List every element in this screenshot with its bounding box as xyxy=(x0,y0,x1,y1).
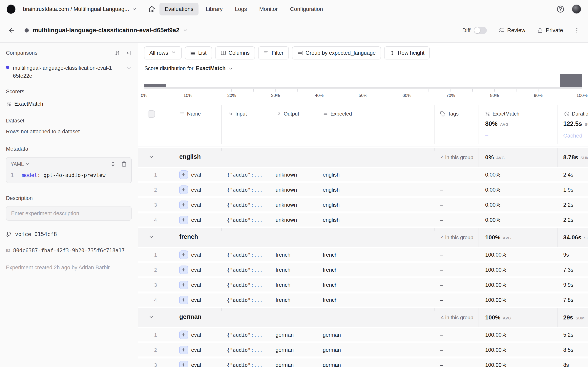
group-collapse-chevron-icon[interactable] xyxy=(148,314,154,320)
cell-tags: – xyxy=(440,187,443,193)
cell-output: german xyxy=(276,347,294,353)
list-button[interactable]: List xyxy=(185,46,212,59)
column-header-name[interactable]: Name xyxy=(179,111,201,117)
yaml-code-line[interactable]: 1 model : gpt-4o-audio-preview xyxy=(11,172,127,178)
back-arrow-icon[interactable] xyxy=(8,26,16,34)
distribution-chevron-icon[interactable] xyxy=(228,66,233,71)
column-header-exactmatch[interactable]: ExactMatch xyxy=(485,111,520,117)
nav-tab-configuration[interactable]: Configuration xyxy=(285,3,328,16)
cell-name: eval xyxy=(179,200,201,209)
histogram-plot xyxy=(144,74,582,87)
column-header-duration[interactable]: Duration xyxy=(564,111,588,117)
zap-icon xyxy=(181,362,186,367)
group-header-english[interactable]: english 4 in this group 0% AVG 8.78s SUM xyxy=(138,148,588,167)
cell-exactmatch: 0.00% xyxy=(485,172,500,178)
cached-label: Cached xyxy=(563,133,582,139)
help-icon[interactable] xyxy=(556,5,565,13)
nav-tab-logs[interactable]: Logs xyxy=(230,3,252,16)
collapse-sidebar-icon[interactable] xyxy=(126,50,132,56)
cell-expected: english xyxy=(323,187,340,193)
columns-button[interactable]: Columns xyxy=(215,46,255,59)
table-row[interactable]: 1 eval {"audio":... french french – 100.… xyxy=(138,248,588,261)
table-row[interactable]: 4 eval {"audio":... unknown english – 0.… xyxy=(138,213,588,226)
column-divider xyxy=(478,308,479,327)
cell-expected: french xyxy=(323,282,338,288)
eval-badge xyxy=(179,281,188,289)
review-button[interactable]: Review xyxy=(498,27,525,33)
experiment-status-dot xyxy=(25,28,29,33)
main-panel: All rowsListColumnsFilterGroup by expect… xyxy=(138,43,588,367)
scorer-item[interactable]: ExactMatch xyxy=(6,101,132,107)
table-row[interactable]: 1 eval {"audio":... german german – 100.… xyxy=(138,328,588,342)
yaml-format-select[interactable]: YAML xyxy=(11,161,30,167)
table-row[interactable]: 4 eval {"audio":... french french – 100.… xyxy=(138,293,588,307)
home-icon[interactable] xyxy=(148,5,156,13)
diff-toggle[interactable] xyxy=(474,27,487,34)
braintrust-logo[interactable] xyxy=(7,5,16,14)
cell-duration: 2.4s xyxy=(563,172,573,178)
table-row[interactable]: 2 eval {"audio":... german german – 100.… xyxy=(138,343,588,357)
comparison-item[interactable]: multilingual-language-classification-eva… xyxy=(6,64,132,80)
table-row[interactable]: 3 eval {"audio":... german german – 100.… xyxy=(138,359,588,367)
zap-icon xyxy=(181,187,186,192)
group-by-expected-language-button[interactable]: Group by expected_language xyxy=(292,46,381,59)
column-header-expected[interactable]: Expected xyxy=(323,111,352,117)
table-row[interactable]: 3 eval {"audio":... unknown english – 0.… xyxy=(138,198,588,211)
group-header-german[interactable]: german 4 in this group 100% AVG 29s SUM xyxy=(138,308,588,327)
metadata-yaml-editor: YAML 1 model : gpt-4o-audio-preview xyxy=(6,157,132,183)
table-row[interactable]: 3 eval {"audio":... french french – 100.… xyxy=(138,278,588,292)
group-avg-value: 100% xyxy=(485,234,500,241)
group-avg: 100% AVG xyxy=(485,314,511,321)
nav-tab-evaluations[interactable]: Evaluations xyxy=(159,3,199,16)
group-avg-value: 0% xyxy=(485,154,494,161)
kebab-menu-icon[interactable] xyxy=(574,27,580,33)
column-divider xyxy=(557,148,558,167)
title-chevron-down-icon[interactable] xyxy=(183,27,188,33)
axis-tick xyxy=(210,89,210,92)
cell-exactmatch: 100.00% xyxy=(485,332,506,338)
filter-button[interactable]: Filter xyxy=(258,46,289,59)
nav-tab-library[interactable]: Library xyxy=(200,3,228,16)
cell-input: {"audio":... xyxy=(227,332,263,338)
axis-tick xyxy=(560,89,560,92)
branch-row[interactable]: voice 0154cf8 xyxy=(6,231,132,237)
experiment-id-row[interactable]: ID 80dc6387-fbaf-42f3-9b20-735f6c718a17 xyxy=(6,248,132,253)
axis-tick xyxy=(188,89,188,92)
description-input[interactable] xyxy=(6,206,132,221)
button-label: Columns xyxy=(229,50,250,56)
table-row[interactable]: 2 eval {"audio":... french french – 100.… xyxy=(138,263,588,276)
group-collapse-chevron-icon[interactable] xyxy=(148,154,154,160)
user-avatar[interactable] xyxy=(572,4,581,14)
all-rows-button[interactable]: All rows xyxy=(144,46,182,59)
table-row[interactable]: 1 eval {"audio":... unknown english – 0.… xyxy=(138,168,588,181)
sort-arrows-icon[interactable] xyxy=(114,50,120,56)
column-tick xyxy=(269,308,269,311)
axis-label: 50% xyxy=(359,93,367,98)
column-header-tags[interactable]: Tags xyxy=(440,111,459,117)
column-header-output[interactable]: Output xyxy=(276,111,299,117)
lock-icon xyxy=(537,27,543,33)
nav-tab-monitor[interactable]: Monitor xyxy=(254,3,283,16)
group-header-french[interactable]: french 4 in this group 100% AVG 34.06s S… xyxy=(138,228,588,247)
table-row[interactable]: 2 eval {"audio":... unknown english – 0.… xyxy=(138,183,588,196)
group-collapse-chevron-icon[interactable] xyxy=(148,234,154,240)
cell-input: {"audio":... xyxy=(227,347,263,353)
cell-output: german xyxy=(276,332,294,338)
private-button[interactable]: Private xyxy=(537,27,563,33)
cell-exactmatch: 100.00% xyxy=(485,347,506,353)
id-label: ID xyxy=(6,248,10,253)
column-divider xyxy=(557,228,558,247)
cell-expected: english xyxy=(323,172,340,178)
column-header-input[interactable]: Input xyxy=(228,111,247,117)
fold-vertical-icon[interactable] xyxy=(110,161,116,167)
eval-badge xyxy=(179,331,188,339)
breadcrumb[interactable]: braintrustdata.com / Multilingual Langua… xyxy=(23,6,137,12)
copy-clipboard-icon[interactable] xyxy=(121,161,127,167)
id-value: 80dc6387-fbaf-42f3-9b20-735f6c718a17 xyxy=(13,248,125,253)
column-tick xyxy=(434,308,435,311)
breadcrumb-label: braintrustdata.com / Multilingual Langua… xyxy=(23,6,129,12)
row-height-button[interactable]: Row height xyxy=(384,46,430,59)
select-all-checkbox[interactable] xyxy=(148,110,155,118)
branch-name: voice 0154cf8 xyxy=(15,231,57,237)
zap-icon xyxy=(181,172,186,177)
